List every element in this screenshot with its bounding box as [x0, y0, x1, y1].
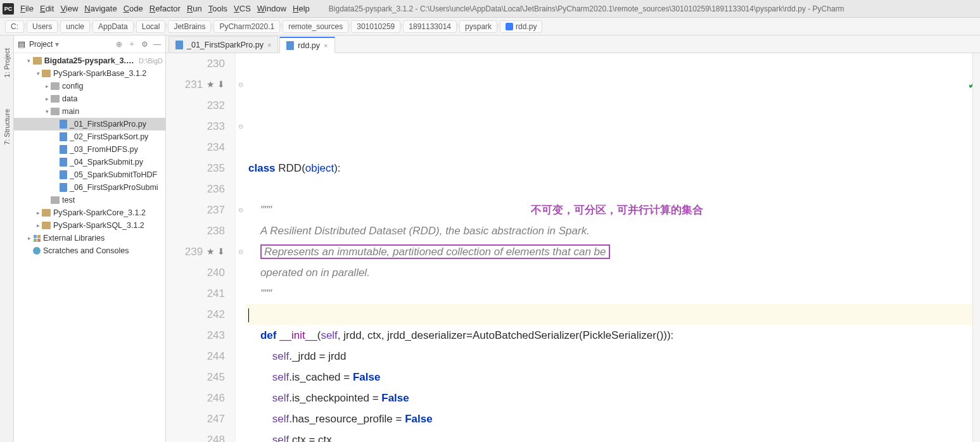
close-icon[interactable]: ×: [267, 41, 271, 49]
tree-item--06-firstsparkprosubmi[interactable]: _06_FirstSparkProSubmi: [14, 181, 165, 194]
menu-view[interactable]: View: [60, 4, 78, 13]
expand-arrow-icon[interactable]: ▸: [43, 96, 51, 102]
tree-item-pyspark-sparkbase-3-1-2[interactable]: ▾PySpark-SparkBase_3.1.2: [14, 67, 165, 80]
code-line[interactable]: Represents an immutable, partitioned col…: [246, 241, 980, 262]
editor-tab--01-firstsparkpro-py[interactable]: _01_FirstSparkPro.py×: [169, 36, 278, 53]
menu-help[interactable]: Help: [293, 4, 310, 13]
code-line[interactable]: self.is_checkpointed = False: [246, 388, 980, 408]
code-line[interactable]: self.is_cached = False: [246, 367, 980, 388]
breadcrumb-item[interactable]: 1891133014: [403, 20, 457, 33]
code-line[interactable]: self.ctx = ctx: [246, 429, 980, 442]
editor-tab-rdd-py[interactable]: rdd.py×: [279, 37, 334, 53]
breadcrumb-item[interactable]: rdd.py: [500, 20, 542, 33]
code-line[interactable]: def __init__(self, jrdd, ctx, jrdd_deser…: [246, 325, 980, 346]
settings-icon[interactable]: ⚙: [140, 40, 149, 49]
fold-icon[interactable]: ⊖: [236, 74, 246, 95]
expand-arrow-icon[interactable]: ▸: [43, 83, 51, 89]
code-line[interactable]: """: [246, 283, 980, 304]
code-line[interactable]: [246, 304, 980, 325]
code-line[interactable]: [246, 137, 980, 158]
window-title: Bigdata25-pyspark_3.1.2 - C:\Users\uncle…: [329, 4, 977, 13]
code-line[interactable]: [246, 179, 980, 199]
menu-window[interactable]: Window: [257, 4, 286, 13]
gutter: 230231★ ⬇232233234235236237238239★ ⬇2402…: [166, 53, 236, 442]
menu-run[interactable]: Run: [187, 4, 202, 13]
fold-icon: [236, 179, 246, 199]
menu-navigate[interactable]: Navigate: [84, 4, 117, 13]
fold-icon: [236, 346, 246, 367]
menu-code[interactable]: Code: [124, 4, 143, 13]
breadcrumb-item[interactable]: pyspark: [459, 20, 497, 33]
folder-icon: [51, 82, 60, 90]
breadcrumb-item[interactable]: Local: [136, 20, 166, 33]
expand-arrow-icon[interactable]: ▸: [25, 235, 33, 241]
code-area[interactable]: ✔ 不可变，可分区，可并行计算的集合 class RDD(object): ""…: [246, 53, 980, 442]
fold-icon[interactable]: ⊖: [236, 116, 246, 137]
fold-icon[interactable]: ⊖: [236, 241, 246, 262]
collapse-icon[interactable]: ÷: [127, 40, 136, 49]
tree-label: External Libraries: [43, 234, 105, 243]
tree-item-pyspark-sparkcore-3-1-2[interactable]: ▸PySpark-SparkCore_3.1.2: [14, 206, 165, 219]
breadcrumb-item[interactable]: JetBrains: [168, 20, 211, 33]
code-line[interactable]: class RDD(object):: [246, 158, 980, 179]
tree-label: Scratches and Consoles: [43, 246, 129, 255]
tree-item--04-sparksubmit-py[interactable]: _04_SparkSubmit.py: [14, 156, 165, 168]
tree-item--02-firstsparksort-py[interactable]: _02_FirstSparkSort.py: [14, 130, 165, 143]
hide-icon[interactable]: —: [153, 40, 162, 49]
expand-arrow-icon[interactable]: ▾: [25, 58, 33, 64]
tree-label: _02_FirstSparkSort.py: [70, 132, 148, 141]
breadcrumb-item[interactable]: PyCharm2020.1: [213, 20, 280, 33]
tree-item--01-firstsparkpro-py[interactable]: _01_FirstSparkPro.py: [14, 118, 165, 130]
locate-icon[interactable]: ⊕: [115, 40, 124, 49]
tree-item-pyspark-sparksql-3-1-2[interactable]: ▸PySpark-SparkSQL_3.1.2: [14, 219, 165, 232]
expand-arrow-icon[interactable]: ▸: [34, 210, 42, 216]
tool-window-tab[interactable]: 1: Project: [3, 48, 11, 77]
line-number: 233: [200, 116, 225, 137]
line-number: 241: [200, 283, 225, 304]
editor[interactable]: 230231★ ⬇232233234235236237238239★ ⬇2402…: [166, 53, 980, 442]
breadcrumb-item[interactable]: uncle: [60, 20, 90, 33]
expand-arrow-icon[interactable]: ▸: [34, 222, 42, 229]
tree-item-main[interactable]: ▾main: [14, 105, 165, 118]
left-rail: 1: Project7: Structure: [0, 35, 14, 442]
menu-refactor[interactable]: Refactor: [150, 4, 181, 13]
line-number: 242: [200, 304, 225, 325]
breadcrumb-item[interactable]: AppData: [92, 20, 134, 33]
tree-item--03-fromhdfs-py[interactable]: _03_FromHDFS.py: [14, 143, 165, 156]
breadcrumb-item[interactable]: C:: [5, 20, 24, 33]
fold-icon[interactable]: ⊖: [236, 199, 246, 220]
code-line[interactable]: self._jrdd = jrdd: [246, 346, 980, 367]
panel-title[interactable]: Project: [29, 40, 111, 49]
folder-icon: [51, 95, 60, 103]
tree-item-data[interactable]: ▸data: [14, 92, 165, 105]
menu-tools[interactable]: Tools: [208, 4, 227, 13]
close-icon[interactable]: ×: [324, 42, 328, 49]
project-tree: ▾Bigdata25-pyspark_3.1.2D:\BigD▾PySpark-…: [14, 53, 165, 442]
menu-edit[interactable]: Edit: [40, 4, 54, 13]
menu-file[interactable]: File: [20, 4, 34, 13]
line-number: 236: [200, 179, 225, 199]
tree-label: _03_FromHDFS.py: [70, 145, 138, 154]
menu-bar: FileEditViewNavigateCodeRefactorRunTools…: [20, 4, 310, 13]
code-line[interactable]: self.has_resource_profile = False: [246, 408, 980, 429]
tree-item--05-sparksubmittohdf[interactable]: _05_SparkSubmitToHDF: [14, 168, 165, 181]
breadcrumb-item[interactable]: Users: [27, 20, 58, 33]
line-number: 245: [200, 367, 225, 388]
expand-arrow-icon[interactable]: ▾: [34, 70, 42, 77]
code-line[interactable]: operated on in parallel.: [246, 262, 980, 283]
tree-item-config[interactable]: ▸config: [14, 80, 165, 92]
tool-window-tab[interactable]: 7: Structure: [3, 109, 11, 145]
tree-item-test[interactable]: test: [14, 194, 165, 206]
scrollbar[interactable]: [972, 53, 980, 442]
expand-arrow-icon[interactable]: ▾: [43, 108, 51, 115]
tree-item-external-libraries[interactable]: ▸External Libraries: [14, 232, 165, 244]
breadcrumb-item[interactable]: remote_sources: [283, 20, 348, 33]
code-line[interactable]: A Resilient Distributed Dataset (RDD), t…: [246, 220, 980, 241]
tree-item-bigdata25-pyspark-3-1-2[interactable]: ▾Bigdata25-pyspark_3.1.2D:\BigD: [14, 54, 165, 67]
gutter-mark-icon[interactable]: ★ ⬇: [207, 74, 225, 95]
menu-vcs[interactable]: VCS: [234, 4, 251, 13]
tree-item-scratches-and-consoles[interactable]: Scratches and Consoles: [14, 244, 165, 257]
gutter-mark-icon[interactable]: ★ ⬇: [207, 241, 225, 262]
breadcrumb-item[interactable]: 301010259: [351, 20, 400, 33]
folder-icon: [42, 222, 51, 229]
